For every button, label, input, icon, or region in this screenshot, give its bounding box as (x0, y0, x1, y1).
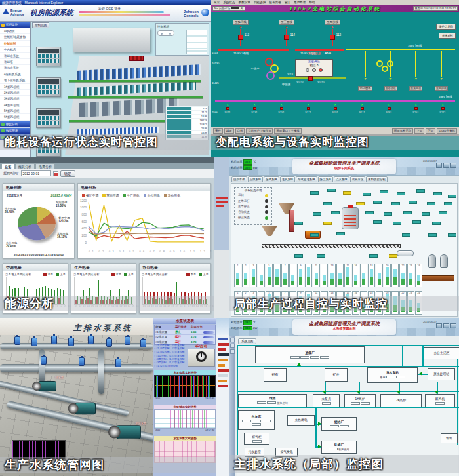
valve-actuator-7[interactable] (125, 336, 130, 345)
pump-1[interactable] (38, 381, 56, 391)
block-pump-house[interactable]: 水泵房 (313, 394, 340, 407)
menu-item[interactable]: 功能选择 (254, 0, 266, 5)
process-tab[interactable]: 送风系统 (280, 176, 296, 182)
menu-item[interactable]: 参数设置 (239, 0, 250, 5)
controller-device[interactable] (157, 30, 174, 36)
menu-item[interactable]: 用户登录 (294, 0, 306, 5)
time-sync-button[interactable]: 系统对时 (439, 33, 456, 39)
feeder-breaker-icon[interactable] (226, 107, 230, 110)
valve-actuator-1[interactable] (14, 336, 20, 345)
process-tab[interactable]: 锅炉本体 (231, 176, 247, 182)
breaker-icon[interactable] (284, 35, 289, 40)
feeder-label[interactable]: 至电炉线 (435, 86, 448, 91)
printer-icon[interactable] (450, 163, 456, 168)
dashboard-tab[interactable]: 能耗分析 (15, 163, 35, 169)
line-destination-label[interactable]: 至凤仪线 (325, 20, 340, 25)
calendar-icon[interactable] (53, 171, 58, 176)
block-office-area[interactable]: 办公生活区 (424, 347, 459, 359)
menu-item[interactable]: 帮助 (309, 0, 315, 5)
sidebar-item[interactable]: 5#新风机组 (0, 108, 30, 114)
home-icon[interactable] (443, 323, 449, 328)
confirm-button[interactable]: 确定 (60, 170, 75, 177)
protection-reset-button[interactable]: 保护总复归 (436, 24, 456, 30)
tap-stop-button[interactable] (319, 68, 323, 72)
mode-knob[interactable] (196, 351, 207, 362)
process-tab[interactable]: 除渣系统 (264, 176, 279, 182)
process-tab[interactable]: 除尘系统 (318, 176, 334, 182)
process-tab[interactable]: 上煤系统 (248, 176, 264, 182)
menu-item[interactable]: 窗口 (285, 0, 290, 5)
prev-page-button[interactable]: 上页 (414, 128, 424, 134)
cabinet-2[interactable] (36, 77, 61, 97)
main-wiring-button[interactable]: 110kV主接线 (437, 128, 457, 134)
block-lime-kiln[interactable]: 白灰窑 (238, 410, 275, 430)
block-gas-holder[interactable]: 煤气柜 (244, 433, 269, 445)
limits-button[interactable]: 越限 (224, 128, 234, 134)
sidebar-footer-item[interactable]: 数据分析 (0, 121, 30, 127)
sidebar-item[interactable]: 冷冻水系统 (0, 65, 30, 71)
pump-3[interactable] (116, 425, 141, 439)
block-furnace-1[interactable]: 1#高炉 (344, 394, 376, 407)
block-gangue[interactable]: 矸石 (264, 368, 287, 382)
cabinet-1[interactable] (36, 47, 61, 66)
process-tab[interactable]: 点火系统 (334, 176, 349, 182)
feeder-breaker-icon[interactable] (307, 107, 310, 110)
block-rolling-mill[interactable]: 轧钢厂 板换热站 (321, 441, 357, 454)
sidebar-item[interactable]: 4#新风机组 (0, 102, 30, 108)
tap-lower-button[interactable] (312, 68, 316, 72)
view-tab[interactable]: 控制总图 (32, 22, 49, 28)
dashboard-tab[interactable]: 总览 (1, 163, 14, 169)
valve-actuator-3[interactable] (51, 336, 57, 344)
valve-actuator-8[interactable] (140, 339, 146, 347)
line-destination-label[interactable]: 至三原线 (279, 20, 294, 25)
pump-2[interactable] (75, 403, 96, 414)
feeder-label[interactable]: 35kV旁路 (358, 86, 372, 91)
valve-actuator-10[interactable] (79, 357, 85, 366)
feeder-breaker-icon[interactable] (388, 107, 391, 110)
events-button[interactable]: 事件 (213, 128, 223, 134)
feeder-breaker-icon[interactable] (441, 107, 445, 110)
feeder-breaker-icon[interactable] (253, 107, 256, 110)
breaker-icon[interactable] (330, 35, 335, 40)
menu-item[interactable]: 系统状态 (223, 0, 235, 5)
valve-actuator-6[interactable] (106, 338, 112, 347)
valve-actuator-2[interactable] (31, 338, 37, 346)
radio-option[interactable]: ○ #1,#2,#3泵联动控制 (154, 365, 188, 368)
sidebar-item[interactable]: 4层板换系统 (0, 71, 30, 77)
feeder-breaker-icon[interactable] (280, 107, 283, 110)
block-blower[interactable]: 鼓风机 (425, 394, 455, 407)
block-waste-heat-power[interactable]: 余热发电 (287, 415, 315, 426)
block-water-treatment[interactable]: 原水处理站 (428, 368, 455, 380)
process-tab[interactable]: 成品库区 (350, 176, 366, 182)
dashboard-tab[interactable]: 电费分析 (35, 163, 55, 169)
sidebar-item[interactable]: 冷却水系统 (0, 53, 30, 59)
cabinet-3[interactable] (36, 108, 61, 128)
feeder-breaker-icon[interactable] (334, 107, 337, 110)
computer-icon[interactable] (436, 323, 442, 328)
transformer-lv-winding[interactable] (266, 71, 275, 80)
block-furnace-2[interactable]: 2#高炉 (380, 394, 422, 407)
sidebar-item[interactable]: 控制总图 (0, 41, 30, 47)
block-pellet[interactable]: 球团 板换热站 (238, 394, 307, 407)
menu-item[interactable]: 显示 (214, 0, 220, 5)
valve-actuator-9[interactable] (41, 356, 47, 365)
sidebar-item[interactable]: 控制柜/电耗参数 (0, 34, 30, 40)
block-mine[interactable]: 矿井 (325, 368, 348, 382)
breaker-icon[interactable] (238, 35, 243, 40)
sidebar-item[interactable]: 1#新风机组 (0, 84, 30, 90)
sidebar-item[interactable]: cop趋势 (0, 28, 30, 34)
sidebar-footer-item[interactable]: 数据报表 (0, 127, 30, 134)
block-coal-washery[interactable]: 选煤厂 (255, 346, 365, 363)
block-oxygen-plant[interactable]: 制氧 (441, 433, 458, 443)
sidebar-item[interactable]: 冷却塔 (0, 59, 30, 65)
process-tab[interactable]: 烟气输送系统 (296, 176, 317, 182)
sidebar-item[interactable]: 中央机房 (0, 47, 30, 52)
computer-icon[interactable] (436, 163, 442, 168)
next-page-button[interactable]: 下页 (426, 128, 435, 134)
line-destination-label[interactable]: 至腾河线 (233, 20, 249, 25)
sidebar-item[interactable]: 3#新风机组 (0, 96, 30, 102)
feeder-breaker-icon[interactable] (361, 107, 364, 110)
system-overview-tab[interactable]: 系统总图 (238, 338, 256, 344)
patrol-start-button[interactable]: 画面巡检启动 (392, 128, 413, 134)
start-date-input[interactable]: 2012-09-01 (21, 170, 51, 176)
